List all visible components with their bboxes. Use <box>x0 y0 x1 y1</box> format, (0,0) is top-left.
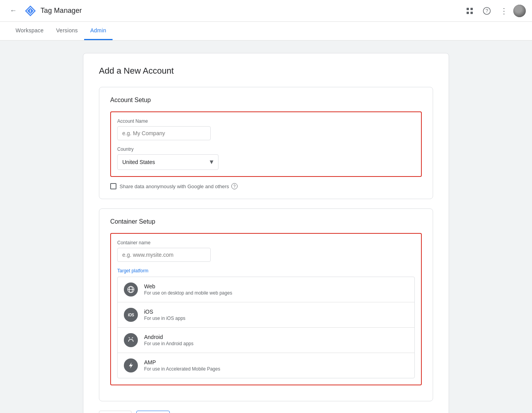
platform-item-amp[interactable]: AMP For use in Accelerated Mobile Pages <box>118 353 414 378</box>
gtm-diamond-icon <box>25 5 36 16</box>
main-content: Add a New Account Account Setup Account … <box>0 41 532 413</box>
platform-list: Web For use on desktop and mobile web pa… <box>117 277 415 378</box>
svg-text:?: ? <box>486 8 488 14</box>
tab-workspace[interactable]: Workspace <box>9 21 50 40</box>
ios-info: iOS For use in iOS apps <box>144 309 185 321</box>
page-title: Add a New Account <box>99 66 433 76</box>
web-info: Web For use on desktop and mobile web pa… <box>144 283 232 296</box>
platform-item-ios[interactable]: iOS iOS For use in iOS apps <box>118 302 414 328</box>
svg-rect-6 <box>470 12 473 14</box>
svg-rect-5 <box>467 12 469 14</box>
svg-line-15 <box>132 337 133 338</box>
avatar-image <box>513 5 526 17</box>
country-select-wrapper: United States United Kingdom Canada Aust… <box>117 154 218 170</box>
country-select[interactable]: United States United Kingdom Canada Aust… <box>117 154 218 170</box>
android-icon <box>124 333 138 347</box>
account-name-label: Account Name <box>117 118 415 124</box>
avatar[interactable] <box>513 5 526 17</box>
account-setup-section: Account Setup Account Name Country Unite… <box>99 87 433 199</box>
account-fields-highlight: Account Name Country United States Unite… <box>110 111 422 177</box>
cancel-button[interactable]: Cancel <box>136 411 170 413</box>
web-desc: For use on desktop and mobile web pages <box>144 290 232 296</box>
help-button[interactable]: ? <box>479 3 495 19</box>
more-button[interactable]: ⋮ <box>496 3 512 19</box>
share-data-label: Share data anonymously with Google and o… <box>120 183 238 189</box>
platform-item-web[interactable]: Web For use on desktop and mobile web pa… <box>118 277 414 302</box>
amp-name: AMP <box>144 359 220 365</box>
target-platform-label: Target platform <box>117 268 415 274</box>
ios-desc: For use in iOS apps <box>144 316 185 321</box>
app-logo <box>25 5 36 16</box>
back-icon: ← <box>10 7 17 15</box>
share-data-help-icon[interactable]: ? <box>231 183 238 189</box>
container-name-input[interactable] <box>117 248 211 262</box>
share-data-checkbox[interactable] <box>110 183 116 189</box>
ios-name: iOS <box>144 309 185 315</box>
svg-rect-4 <box>470 8 473 10</box>
create-button[interactable]: Create <box>99 411 132 413</box>
web-name: Web <box>144 283 232 289</box>
nav-tabs: Workspace Versions Admin <box>0 22 532 41</box>
container-setup-title: Container Setup <box>110 218 422 225</box>
web-icon <box>124 282 138 297</box>
share-data-row: Share data anonymously with Google and o… <box>110 183 422 189</box>
country-label: Country <box>117 146 415 152</box>
account-name-input[interactable] <box>117 126 211 140</box>
container-setup-section: Container Setup Container name Target pl… <box>99 208 433 401</box>
app-bar-left: ← Tag Manager <box>6 4 462 18</box>
account-setup-title: Account Setup <box>110 97 422 104</box>
android-desc: For use in Android apps <box>144 341 194 346</box>
more-icon: ⋮ <box>500 6 508 16</box>
help-icon: ? <box>483 7 491 15</box>
android-name: Android <box>144 334 194 340</box>
ios-icon: iOS <box>124 308 138 322</box>
svg-point-12 <box>129 339 130 340</box>
android-info: Android For use in Android apps <box>144 334 194 346</box>
back-button[interactable]: ← <box>6 4 20 18</box>
tab-admin[interactable]: Admin <box>84 21 113 40</box>
app-bar: ← Tag Manager ? ⋮ <box>0 0 532 22</box>
app-bar-right: ? ⋮ <box>462 3 526 19</box>
amp-desc: For use in Accelerated Mobile Pages <box>144 366 220 372</box>
svg-point-13 <box>132 339 132 340</box>
platform-item-android[interactable]: Android For use in Android apps <box>118 328 414 353</box>
grid-icon <box>466 7 474 15</box>
tab-versions[interactable]: Versions <box>50 21 84 40</box>
svg-line-14 <box>129 337 130 338</box>
container-name-label: Container name <box>117 240 415 245</box>
svg-marker-16 <box>129 362 133 369</box>
app-title: Tag Manager <box>41 7 82 15</box>
container-fields-highlight: Container name Target platform <box>110 233 422 385</box>
amp-icon <box>124 358 138 372</box>
amp-info: AMP For use in Accelerated Mobile Pages <box>144 359 220 372</box>
svg-rect-3 <box>467 8 469 10</box>
grid-button[interactable] <box>462 3 477 19</box>
page-card: Add a New Account Account Setup Account … <box>83 53 449 413</box>
action-row: Create Cancel <box>99 411 433 413</box>
